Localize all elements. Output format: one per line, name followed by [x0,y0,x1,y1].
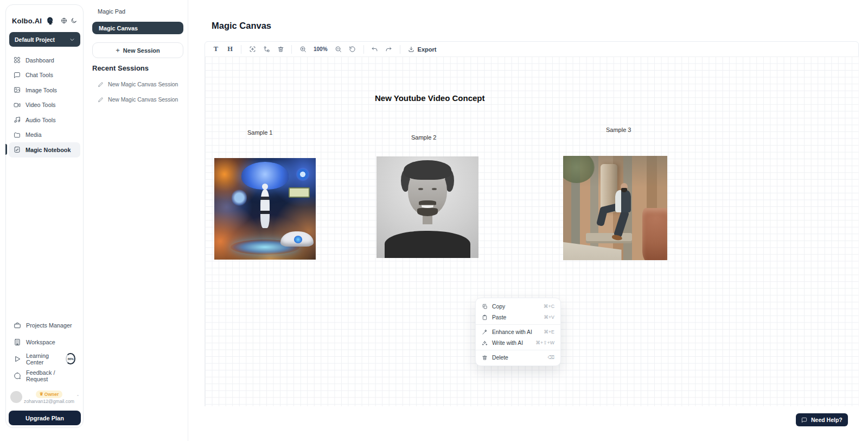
need-help-label: Need Help? [811,417,843,423]
context-menu-item-copy[interactable]: Copy ⌘+C [476,301,560,312]
sidebar-item-magic-notebook[interactable]: Magic Notebook [9,142,80,158]
dashboard-grid-icon [14,56,21,64]
sample-label[interactable]: Sample 1 [247,129,272,136]
sample-image-ai-robot[interactable] [214,158,316,260]
sidebar-item-learning-center[interactable]: Learning Center 66% [9,350,80,367]
magic-canvas-grid[interactable]: New Youtube Video Concept Sample 1 Sampl… [205,56,859,406]
feedback-bubble-icon [14,372,21,380]
delete-tool-button[interactable] [274,43,287,55]
sidebar-item-label: Audio Tools [25,117,56,123]
magic-wand-icon [482,329,488,335]
text-tool-button[interactable]: T [209,43,222,55]
context-menu-label: Copy [492,304,539,310]
redo-button[interactable] [382,43,395,55]
sample-label[interactable]: Sample 3 [606,127,631,133]
export-button[interactable]: Export [405,46,440,53]
sample-image-ruins[interactable] [563,156,667,260]
connector-tool-button[interactable] [260,43,273,55]
sidebar-bottom-nav: Projects Manager Workspace Learning Cent… [9,317,80,384]
canvas-heading-text[interactable]: New Youtube Video Concept [375,93,485,103]
ai-money-shape [289,187,310,198]
sidebar-item-label: Learning Center [26,352,60,366]
menu-divider [476,324,560,325]
toolbar-divider [400,45,400,54]
project-selector[interactable]: Default Project [9,32,80,47]
zoom-in-button[interactable] [296,43,309,55]
robot-head-shape [262,184,268,190]
plus-icon: + [116,46,120,54]
upgrade-plan-button[interactable]: Upgrade Plan [9,411,81,425]
portrait-beard-shape [417,208,438,216]
sidebar-item-video-tools[interactable]: Video Tools [9,98,80,113]
session-list-item[interactable]: New Magic Canvas Session [98,97,178,103]
chevron-up-icon: ˆ [77,394,79,400]
toolbar-divider [363,45,364,54]
session-list-item[interactable]: New Magic Canvas Session [98,81,178,87]
sparkle-pen-icon [482,340,488,346]
user-account[interactable]: ♛ Owner zoharvan12@gmail.com ˆ [10,386,79,408]
ruins-stones-shape [642,208,667,260]
context-menu-item-paste[interactable]: Paste ⌘+V [476,312,560,323]
portrait-eye-shape [418,188,423,190]
undo-button[interactable] [368,43,381,55]
heading-tool-button[interactable]: H [224,43,237,55]
sidebar-item-image-tools[interactable]: Image Tools [9,83,80,98]
sidebar-item-media[interactable]: Media [9,128,80,143]
context-menu-label: Paste [492,314,539,320]
recent-sessions-heading: Recent Sessions [92,64,149,72]
pencil-icon [98,81,104,87]
context-menu-item-enhance-ai[interactable]: Enhance with AI ⌘+E [476,326,560,337]
zoom-out-icon [335,46,342,53]
sidebar-item-audio-tools[interactable]: Audio Tools [9,112,80,128]
context-menu: Copy ⌘+C Paste ⌘+V Enhance with AI ⌘+E W… [475,298,561,366]
magic-canvas-item-active[interactable]: Magic Canvas [92,22,183,34]
shortcut-hint: ⌘+E [544,329,554,335]
sidebar-item-label: Magic Notebook [25,147,71,153]
context-menu-item-delete[interactable]: Delete ⌫ [476,352,560,363]
context-menu-label: Enhance with AI [492,329,539,335]
sidebar-item-feedback[interactable]: Feedback / Request [9,367,80,384]
user-meta: ♛ Owner zoharvan12@gmail.com [22,390,76,404]
sidebar-item-workspace[interactable]: Workspace [9,333,80,350]
session-panel: Magic Pad Magic Canvas + New Session Rec… [84,0,188,441]
avatar [10,391,22,403]
sidebar-item-label: Media [25,131,41,138]
reset-view-button[interactable] [346,43,359,55]
role-badge: ♛ Owner [36,390,63,398]
dark-mode-moon-icon[interactable] [71,17,77,24]
briefcase-icon [14,322,21,329]
play-icon [14,355,21,363]
ai-eye-shape [296,167,310,181]
chat-icon [14,72,21,79]
portrait-shirt-shape [385,231,470,258]
paste-icon [482,314,488,320]
main-area: Magic Canvas T H 100% [188,0,868,441]
sample-image-portrait[interactable] [376,156,478,258]
zoom-level-value[interactable]: 100% [310,46,331,52]
sidebar-item-chat-tools[interactable]: Chat Tools [9,68,80,83]
user-email: zoharvan12@gmail.com [24,399,74,404]
ai-select-button[interactable] [246,43,259,55]
new-session-label: New Session [123,47,160,54]
zoom-out-button[interactable] [332,43,345,55]
session-item-label: New Magic Canvas Session [108,81,178,87]
sidebar-item-dashboard[interactable]: Dashboard [9,53,80,68]
sidebar-item-label: Projects Manager [26,322,72,329]
audio-note-icon [14,116,21,123]
sidebar-item-projects-manager[interactable]: Projects Manager [9,317,80,333]
context-menu-label: Write with AI [492,340,531,346]
context-menu-item-write-ai[interactable]: Write with AI ⌘+⇧+W [476,337,560,348]
undo-icon [371,46,378,53]
need-help-button[interactable]: Need Help? [796,413,848,426]
sample-label[interactable]: Sample 2 [411,134,436,141]
shortcut-hint: ⌘+C [544,304,554,309]
new-session-button[interactable]: + New Session [92,42,183,58]
export-label: Export [418,46,437,53]
redo-icon [385,46,392,53]
project-selector-label: Default Project [15,36,55,43]
learning-progress-badge: 66% [66,353,75,364]
shortcut-hint: ⌫ [548,355,554,360]
magic-pad-item[interactable]: Magic Pad [98,8,125,15]
sidebar-item-label: Workspace [26,339,55,345]
language-globe-icon[interactable] [61,17,67,24]
